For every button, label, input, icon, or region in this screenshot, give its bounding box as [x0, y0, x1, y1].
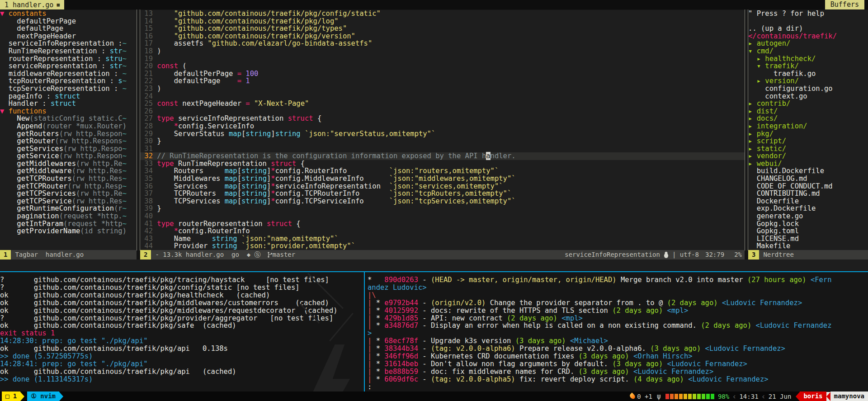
nerdtree-item[interactable]: ▸ webui/ — [748, 160, 868, 168]
tagbar-item[interactable]: ▼ constants — [0, 10, 137, 18]
tagbar-item[interactable]: defaultPerPage — [0, 18, 137, 25]
tagbar-item[interactable]: getMiddlewares(rw http.Re~ — [0, 160, 137, 168]
nerdtree-item[interactable]: ▸ pkg/ — [748, 130, 868, 138]
nerdtree-item[interactable]: CHANGELOG.md — [748, 175, 868, 183]
code-line[interactable]: 43 Name string `json:"name,omitempty"` — [140, 235, 745, 243]
code-line[interactable]: 44 Provider string `json:"provider,omite… — [140, 242, 745, 250]
tagbar-item[interactable]: getTCPRouters(rw http.Res~ — [0, 175, 137, 183]
nerdtree-item[interactable]: Dockerfile — [748, 198, 868, 205]
tagbar-item[interactable]: pagination(request *http.~ — [0, 212, 137, 220]
tagbar-item[interactable]: serviceRepresentation : str~ — [0, 62, 137, 70]
nerdtree-item[interactable]: LICENSE.md — [748, 235, 868, 243]
code-line[interactable]: 25 const nextPageHeader = "X-Next-Page" — [140, 100, 745, 108]
tagbar-item[interactable]: nextPageHeader — [0, 33, 137, 40]
nerdtree-item[interactable]: ▸ docs/ — [748, 115, 868, 123]
tagbar-item[interactable]: getProviderName(id string) — [0, 227, 137, 235]
code-line[interactable]: 37 TCPRouters map[string]*config.TCPRout… — [140, 190, 745, 198]
code-line[interactable]: 16 "github.com/containous/traefik/pkg/ve… — [140, 33, 745, 40]
nerdtree-item[interactable] — [748, 18, 868, 25]
nerdtree-item[interactable]: ▸ version/ — [748, 77, 868, 85]
nerdtree-item[interactable]: ▸ static/ — [748, 145, 868, 153]
nerdtree-item[interactable]: .. (up a dir) — [748, 25, 868, 33]
code-line[interactable]: 15 "github.com/containous/traefik/pkg/ty… — [140, 25, 745, 33]
nerdtree-item[interactable]: Gopkg.toml — [748, 227, 868, 235]
tagbar-item[interactable]: ▼ functions — [0, 108, 137, 115]
nerdtree-item[interactable]: Gopkg.lock — [748, 220, 868, 228]
nerdtree-item[interactable]: generate.go — [748, 212, 868, 220]
nerdtree-item[interactable]: traefik.go — [748, 70, 868, 78]
code-line[interactable]: 19 — [140, 55, 745, 63]
nerdtree-item[interactable]: build.Dockerfile — [748, 167, 868, 175]
nerdtree-item[interactable]: ▸ dist/ — [748, 108, 868, 115]
tagbar-item[interactable]: getTCPService(rw http.Res~ — [0, 198, 137, 205]
code-line[interactable]: 22 defaultPage = 1 — [140, 77, 745, 85]
nerdtree-item[interactable]: exp.Dockerfile — [748, 205, 868, 212]
tagbar-item[interactable]: New(staticConfig static.C~ — [0, 115, 137, 123]
code-line[interactable]: 42 *config.RouterInfo — [140, 227, 745, 235]
tagbar-item[interactable]: middlewareRepresentation : ~ — [0, 70, 137, 78]
code-line[interactable]: 18 ) — [140, 47, 745, 55]
tagbar-item[interactable]: serviceInfoRepresentation :~ — [0, 40, 137, 47]
nerdtree-item[interactable]: ▸ autogen/ — [748, 40, 868, 47]
nerdtree-item[interactable]: ▸ healthcheck/ — [748, 55, 868, 63]
nerdtree-item[interactable]: ▸ vendor/ — [748, 152, 868, 160]
nerdtree-item[interactable]: ▸ script/ — [748, 137, 868, 145]
code-line[interactable]: 35 Middlewares map[string]*config.Middle… — [140, 175, 745, 183]
tagbar-item[interactable]: getRouters(rw http.Respon~ — [0, 130, 137, 138]
tab-handler-go[interactable]: 1 handler.go ■ — [0, 0, 64, 9]
tagbar-item[interactable]: defaultPage — [0, 25, 137, 33]
tagbar-item[interactable]: Handler : struct — [0, 100, 137, 108]
tagbar-item[interactable]: RunTimeRepresentation : str~ — [0, 47, 137, 55]
code-line[interactable]: 13 "github.com/containous/traefik/pkg/co… — [140, 10, 745, 18]
tmux-vertical-border[interactable] — [364, 272, 365, 392]
code-line[interactable]: 24 — [140, 93, 745, 100]
code-line[interactable]: 21 defaultPerPage = 100 — [140, 70, 745, 78]
code-line[interactable]: 31 — [140, 145, 745, 153]
tmux-session-badge[interactable]: □ 1 — [2, 392, 20, 401]
code-line[interactable]: 23 ) — [140, 85, 745, 93]
code-line[interactable]: 33 type RunTimeRepresentation struct { — [140, 160, 745, 168]
nerdtree-item[interactable]: </containous/traefik/ — [748, 33, 868, 40]
tagbar-item[interactable]: getServices(rw http.Respo~ — [0, 145, 137, 153]
nerdtree-item[interactable]: ▾ traefik/ — [748, 62, 868, 70]
tagbar-item[interactable]: routerRepresentation : stru~ — [0, 55, 137, 63]
window-separator[interactable] — [137, 9, 140, 250]
code-line[interactable]: 36 Services map[string]*serviceInfoRepre… — [140, 183, 745, 190]
code-line[interactable]: 26 — [140, 108, 745, 115]
code-line[interactable]: 38 TCPServices map[string]*config.TCPSer… — [140, 198, 745, 205]
tagbar-item[interactable]: getTCPServices(rw http.Re~ — [0, 190, 137, 198]
tagbar-item[interactable]: getRuntimeConfiguration(r~ — [0, 205, 137, 212]
nerdtree-item[interactable]: Makefile — [748, 242, 868, 250]
code-line[interactable]: 39 } — [140, 205, 745, 212]
code-line[interactable]: 41 type routerRepresentation struct { — [140, 220, 745, 228]
code-line[interactable]: 28 *config.ServiceInfo — [140, 123, 745, 130]
nerdtree-item[interactable]: ▸ integration/ — [748, 123, 868, 130]
tagbar-item[interactable]: getService(rw http.Respon~ — [0, 152, 137, 160]
tagbar-item[interactable]: getMiddleware(rw http.Res~ — [0, 167, 137, 175]
window-separator[interactable] — [745, 9, 748, 250]
nerdtree-item[interactable]: context.go — [748, 93, 868, 100]
code-line[interactable]: 20 const ( — [140, 62, 745, 70]
code-line[interactable]: 29 ServerStatus map[string]string `json:… — [140, 130, 745, 138]
nerdtree-item[interactable]: CODE_OF_CONDUCT.md — [748, 183, 868, 190]
nerdtree-item[interactable]: " Press ? for help — [748, 10, 868, 18]
tmux-window-nvim[interactable]: ① nvim — [27, 392, 59, 401]
code-line[interactable]: 34 Routers map[string]*config.RouterInfo… — [140, 167, 745, 175]
code-line[interactable]: 30 } — [140, 137, 745, 145]
code-line[interactable]: 27 type serviceInfoRepresentation struct… — [140, 115, 745, 123]
code-line[interactable]: 14 "github.com/containous/traefik/pkg/lo… — [140, 18, 745, 25]
code-line[interactable]: 32 // RunTimeRepresentation is the confi… — [140, 152, 745, 160]
tagbar-item[interactable]: Append(router *mux.Router) — [0, 123, 137, 130]
code-line[interactable]: 17 assetfs "github.com/elazarl/go-bindat… — [140, 40, 745, 47]
nerdtree-item[interactable]: CONTRIBUTING.md — [748, 190, 868, 198]
nerdtree-item[interactable]: ▾ cmd/ — [748, 47, 868, 55]
tagbar-item[interactable]: tcpServiceRepresentation : ~ — [0, 85, 137, 93]
tagbar-item[interactable]: tcpRouterRepresentation : s~ — [0, 77, 137, 85]
nerdtree-item[interactable]: ▸ contrib/ — [748, 100, 868, 108]
code-line[interactable]: 40 — [140, 212, 745, 220]
tagbar-item[interactable]: pageInfo : struct — [0, 93, 137, 100]
tagbar-item[interactable]: getRouter(rw http.Respons~ — [0, 137, 137, 145]
tagbar-item[interactable]: getTCPRouter(rw http.Resp~ — [0, 183, 137, 190]
tagbar-item[interactable]: getIntParam(request *http~ — [0, 220, 137, 228]
nerdtree-item[interactable]: configuration.go — [748, 85, 868, 93]
